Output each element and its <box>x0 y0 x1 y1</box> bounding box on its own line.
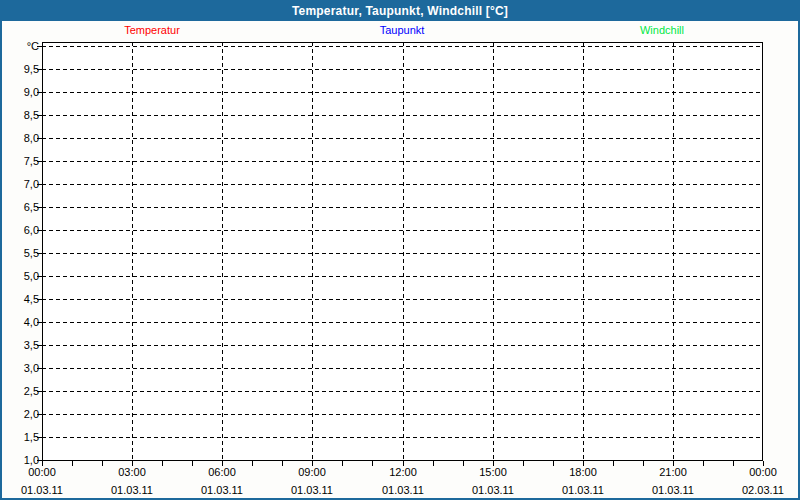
y-axis-unit-label: °C <box>2 40 39 52</box>
chart-title-bar: Temperatur, Taupunkt, Windchill [°C] <box>2 2 798 21</box>
x-time-label: 12:00 <box>368 466 438 478</box>
y-tick-label: 5,5 <box>2 247 39 259</box>
y-tick-label: 9,0 <box>2 86 39 98</box>
y-tick-label: 4,0 <box>2 316 39 328</box>
legend-item-taupunkt: Taupunkt <box>380 24 425 37</box>
y-tick-label: 6,5 <box>2 201 39 213</box>
x-time-label: 21:00 <box>638 466 708 478</box>
x-date-label: 01.03.11 <box>458 484 528 496</box>
x-time-label: 03:00 <box>97 466 167 478</box>
y-tick-label: 3,0 <box>2 362 39 374</box>
x-date-label: 01.03.11 <box>548 484 618 496</box>
y-tick-label: 8,0 <box>2 132 39 144</box>
y-tick-label: 9,5 <box>2 63 39 75</box>
x-date-label: 01.03.11 <box>187 484 257 496</box>
gridline-vertical <box>312 42 313 461</box>
y-tick-label: 3,5 <box>2 339 39 351</box>
x-date-label: 01.03.11 <box>638 484 708 496</box>
gridline-vertical <box>583 42 584 461</box>
x-time-label: 06:00 <box>187 466 257 478</box>
x-time-label: 09:00 <box>277 466 347 478</box>
gridline-vertical <box>673 42 674 461</box>
y-tick-label: 6,0 <box>2 224 39 236</box>
gridline-vertical <box>403 42 404 461</box>
y-tick-label: 8,5 <box>2 109 39 121</box>
gridline-vertical <box>222 42 223 461</box>
x-time-label: 18:00 <box>548 466 618 478</box>
y-tick-label: 5,0 <box>2 270 39 282</box>
x-date-label: 01.03.11 <box>368 484 438 496</box>
y-tick-label: 7,0 <box>2 178 39 190</box>
x-date-label: 01.03.11 <box>277 484 347 496</box>
x-date-label: 02.03.11 <box>728 484 798 496</box>
y-tick-label: 2,5 <box>2 385 39 397</box>
y-tick-label: 1,5 <box>2 431 39 443</box>
x-time-label: 00:00 <box>7 466 77 478</box>
x-date-label: 01.03.11 <box>7 484 77 496</box>
legend-item-windchill: Windchill <box>640 24 684 37</box>
y-tick-label: 4,5 <box>2 293 39 305</box>
y-tick-label: 7,5 <box>2 155 39 167</box>
y-tick-label: 1,0 <box>2 454 39 466</box>
chart-window: Temperatur, Taupunkt, Windchill [°C] Tem… <box>0 0 800 500</box>
x-time-label: 15:00 <box>458 466 528 478</box>
legend-item-temperatur: Temperatur <box>124 24 180 37</box>
y-tick-label: 2,0 <box>2 408 39 420</box>
gridline-vertical <box>493 42 494 461</box>
gridline-vertical <box>132 42 133 461</box>
x-date-label: 01.03.11 <box>97 484 167 496</box>
chart-title: Temperatur, Taupunkt, Windchill [°C] <box>292 4 508 18</box>
x-time-label: 00:00 <box>728 466 798 478</box>
plot-area <box>42 42 763 461</box>
